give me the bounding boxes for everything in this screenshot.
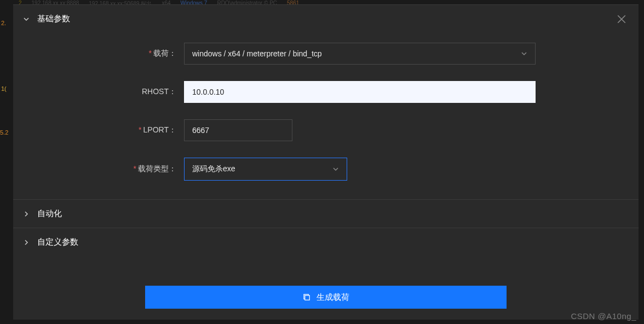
rhost-label: RHOST： [31,87,184,97]
row-payload-type: *载荷类型： 源码免杀exe [31,158,621,181]
payload-type-select-value: 源码免杀exe [192,164,235,174]
section-custom-header[interactable]: 自定义参数 [13,228,639,256]
copy-icon [303,293,311,302]
chevron-right-icon [23,239,30,246]
payload-select-value: windows / x64 / meterpreter / bind_tcp [192,49,322,58]
section-basic-header[interactable]: 基础参数 [13,4,639,33]
lport-input[interactable] [184,119,292,141]
generate-button[interactable]: 生成载荷 [145,286,507,309]
section-custom-title: 自定义参数 [37,237,78,247]
rhost-input[interactable] [184,81,536,103]
payload-type-select[interactable]: 源码免杀exe [184,158,347,181]
section-basic-title: 基础参数 [37,14,70,24]
left-edge-text-a: 2. [1,20,6,26]
section-automation-header[interactable]: 自动化 [13,199,639,228]
close-button[interactable] [617,14,626,24]
chevron-down-icon [332,166,339,172]
background-row: 2 192.168.xx.xx:8888 192.168.xx.xx:50689… [0,0,644,4]
required-icon: * [149,49,152,57]
generate-button-label: 生成载荷 [317,292,349,303]
row-lport: *LPORT： [31,119,621,141]
payload-type-label: *载荷类型： [31,164,184,174]
left-edge-text-c: 5.2 [0,129,8,136]
payload-select[interactable]: windows / x64 / meterpreter / bind_tcp [184,43,536,65]
row-rhost: RHOST： [31,81,621,103]
config-panel: 基础参数 *载荷： windows / x64 / meterpreter / … [13,4,639,320]
chevron-right-icon [23,211,30,217]
footer: 生成载荷 [13,286,639,309]
chevron-down-icon [521,50,527,57]
left-edge-text-b: 1( [1,85,7,92]
row-payload: *载荷： windows / x64 / meterpreter / bind_… [31,43,621,65]
section-automation-title: 自动化 [37,209,62,219]
required-icon: * [134,164,136,173]
required-icon: * [139,125,141,134]
lport-label: *LPORT： [31,125,184,135]
chevron-down-icon [23,16,30,22]
close-icon [617,14,626,24]
watermark: CSDN @A10ng_ [571,311,636,321]
payload-label: *载荷： [31,49,184,59]
svg-rect-0 [304,295,309,299]
basic-form: *载荷： windows / x64 / meterpreter / bind_… [13,33,639,199]
